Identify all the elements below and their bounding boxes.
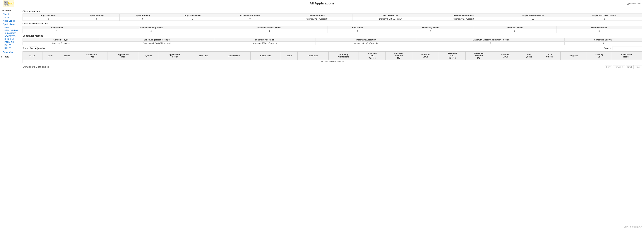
col-reserved-memory-mb[interactable]: ReservedMemoryMB	[466, 52, 492, 60]
col-application-priority[interactable]: ApplicationPriority	[158, 52, 190, 60]
col-active-nodes[interactable]: Active Nodes	[23, 26, 91, 29]
col-reserved-resources[interactable]: Reserved Resources	[428, 14, 499, 17]
sidebar-item-finished[interactable]: FINISHED	[0, 41, 20, 44]
first-button[interactable]: First	[605, 65, 612, 69]
sidebar-item-node-labels[interactable]: Node Labels	[0, 19, 20, 23]
cluster-label: Cluster	[3, 9, 11, 12]
col-rebooted-nodes[interactable]: Rebooted Nodes	[473, 26, 556, 29]
sidebar-item-new-saving[interactable]: NEW_SAVING	[0, 29, 20, 32]
page-title: All Applications	[310, 2, 334, 5]
val-shutdown-nodes: 0	[556, 29, 642, 33]
tools-label: Tools	[3, 56, 9, 58]
val-physical-vcores: 0	[567, 17, 642, 21]
val-reserved-resources: <memory:0 B, vCores:0>	[428, 17, 499, 21]
last-button[interactable]: Last	[634, 65, 642, 69]
col-lost-nodes[interactable]: Lost Nodes	[328, 26, 388, 29]
col-progress[interactable]: Progress	[560, 52, 586, 60]
entries-select[interactable]: 10 20 25 50 100	[29, 47, 38, 50]
col-application-tags[interactable]: ApplicationTags	[108, 52, 139, 60]
col-used-resources[interactable]: Used Resources	[281, 14, 352, 17]
col-pct-queue[interactable]: % ofQueue	[519, 52, 539, 60]
val-total-resources: <memory:8 GB, vCores:8>	[352, 17, 428, 21]
col-total-resources[interactable]: Total Resources	[352, 14, 428, 17]
col-finish-time[interactable]: FinishTime	[250, 52, 281, 60]
col-reserved-gpus[interactable]: ReservedGPUs	[492, 52, 519, 60]
col-blacklisted-nodes[interactable]: BlacklistedNodes	[611, 52, 642, 60]
col-decommissioned-nodes[interactable]: Decommissioned Nodes	[211, 26, 328, 29]
no-data-message: No data available in table	[23, 60, 642, 63]
sidebar-item-new[interactable]: NEW	[0, 26, 20, 29]
search-input[interactable]	[612, 47, 642, 50]
sidebar-item-scheduler[interactable]: Scheduler	[0, 51, 20, 54]
col-pct-cluster[interactable]: % ofCluster	[539, 52, 560, 60]
sidebar-item-killed[interactable]: KILLED	[0, 47, 20, 50]
tools-section-header[interactable]: ▸ Tools	[0, 55, 20, 59]
sidebar-item-nodes[interactable]: Nodes	[0, 16, 20, 19]
col-running-containers[interactable]: RunningContainers	[328, 52, 359, 60]
col-launch-time[interactable]: LaunchTime	[217, 52, 250, 60]
val-apps-running: 0	[120, 17, 166, 21]
sidebar-item-failed[interactable]: FAILED	[0, 44, 20, 47]
col-scheduler-busy[interactable]: Scheduler Busy %	[564, 38, 642, 42]
sidebar-item-applications[interactable]: Applications	[0, 23, 20, 26]
col-physical-mem[interactable]: Physical Mem Used %	[499, 14, 567, 17]
show-entries-control: Show 10 20 25 50 100 entries	[22, 47, 45, 50]
col-state[interactable]: State	[281, 52, 298, 60]
col-shutdown-nodes[interactable]: Shutdown Nodes	[556, 26, 642, 29]
hadoop-logo: 🐘 hadoop	[3, 0, 14, 7]
col-reserved-cpu-vcores[interactable]: ReservedCPUVCores	[439, 52, 466, 60]
col-max-allocation[interactable]: Maximum Allocation	[316, 38, 417, 42]
col-tracking-ui[interactable]: TrackingUI	[586, 52, 611, 60]
col-scheduler-type[interactable]: Scheduler Type	[23, 38, 99, 42]
applications-table: ID ▲▼ User Name ApplicationType Applicat…	[22, 51, 642, 63]
col-apps-pending[interactable]: Apps Pending	[74, 14, 120, 17]
table-controls: Show 10 20 25 50 100 entries Search:	[22, 47, 642, 50]
scheduler-metrics-title: Scheduler Metrics	[22, 34, 642, 37]
val-scheduling-resource-type: [memory-mb (unit=Mi), vcores]	[99, 42, 214, 45]
cluster-metrics-table: Apps Submitted Apps Pending Apps Running…	[22, 14, 642, 21]
val-min-allocation: <memory:1024, vCores:1>	[214, 42, 316, 45]
sidebar: ▾ Cluster About Nodes Node Labels Applic…	[0, 7, 20, 227]
footer-watermark: CSDN @李昊信公众号	[624, 226, 642, 227]
sidebar-item-submitted[interactable]: SUBMITTED	[0, 32, 20, 35]
col-user[interactable]: User	[42, 52, 58, 60]
val-physical-mem: 29	[499, 17, 567, 21]
col-application-type[interactable]: ApplicationType	[76, 52, 107, 60]
col-decommissioning-nodes[interactable]: Decommissioning Nodes	[91, 26, 211, 29]
col-apps-completed[interactable]: Apps Completed	[166, 14, 219, 17]
col-physical-vcores[interactable]: Physical VCores Used %	[567, 14, 642, 17]
chevron-right-icon: ▸	[2, 56, 2, 58]
val-used-resources: <memory:0 B, vCores:0>	[281, 17, 352, 21]
col-id[interactable]: ID ▲▼	[23, 52, 42, 60]
sidebar-item-running[interactable]: RUNNING	[0, 38, 20, 41]
col-final-status[interactable]: FinalStatus	[298, 52, 328, 60]
val-scheduler-busy: 0	[564, 42, 642, 45]
col-max-app-priority[interactable]: Maximum Cluster Application Priority	[417, 38, 564, 42]
logo-area: 🐘 hadoop	[3, 0, 14, 7]
next-button[interactable]: Next	[626, 65, 634, 69]
col-unhealthy-nodes[interactable]: Unhealthy Nodes	[388, 26, 473, 29]
val-apps-pending: 0	[74, 17, 120, 21]
scheduler-metrics-table: Scheduler Type Scheduling Resource Type …	[22, 38, 642, 45]
previous-button[interactable]: Previous	[613, 65, 625, 69]
col-alloc-memory-mb[interactable]: AllocatedMemoryMB	[385, 52, 412, 60]
col-alloc-cpu-vcores[interactable]: AllocatedCPUVCores	[359, 52, 386, 60]
col-apps-running[interactable]: Apps Running	[120, 14, 166, 17]
no-data-row: No data available in table	[23, 60, 642, 63]
sidebar-item-about[interactable]: About	[0, 13, 20, 16]
col-scheduling-resource-type[interactable]: Scheduling Resource Type	[99, 38, 214, 42]
col-apps-submitted[interactable]: Apps Submitted	[23, 14, 74, 17]
val-apps-submitted: 0	[23, 17, 74, 21]
sidebar-item-accepted[interactable]: ACCEPTED	[0, 35, 20, 38]
col-containers-running[interactable]: Containers Running	[219, 14, 281, 17]
cluster-nodes-metrics-table: Active Nodes Decommissioning Nodes Decom…	[22, 26, 642, 33]
col-name[interactable]: Name	[58, 52, 76, 60]
col-min-allocation[interactable]: Minimum Allocation	[214, 38, 316, 42]
val-decommissioning-nodes: 0	[91, 29, 211, 33]
col-start-time[interactable]: StartTime	[190, 52, 217, 60]
show-label: Show	[22, 47, 28, 50]
col-alloc-gpus[interactable]: AllocatedGPUs	[412, 52, 439, 60]
col-queue[interactable]: Queue	[139, 52, 158, 60]
cluster-section-header[interactable]: ▾ Cluster	[0, 9, 20, 13]
val-scheduler-type: Capacity Scheduler	[23, 42, 99, 45]
